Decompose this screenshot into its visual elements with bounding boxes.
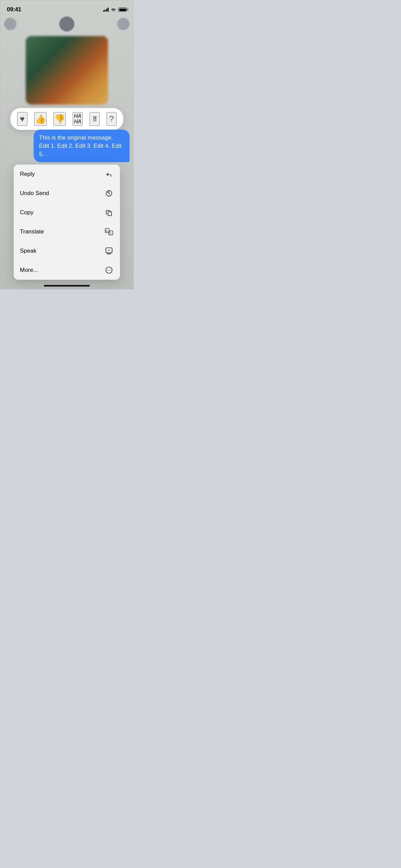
exclaim-icon: !! [93, 115, 96, 123]
undo-send-label: Undo Send [20, 190, 49, 197]
svg-rect-1 [108, 212, 111, 216]
translate-icon: A 文 [104, 227, 114, 237]
question-icon: ? [109, 115, 114, 123]
thumbsdown-reaction-button[interactable]: 👎 [53, 112, 66, 126]
translate-label: Translate [20, 228, 44, 235]
message-bubble-wrapper: This is the original message. Edit 1. Ed… [0, 130, 134, 162]
speak-menu-item[interactable]: Speak [14, 241, 120, 261]
heart-reaction-button[interactable]: ♥ [17, 112, 27, 126]
speak-icon [104, 246, 114, 256]
question-reaction-button[interactable]: ? [107, 112, 117, 126]
heart-icon: ♥ [20, 115, 25, 123]
reply-icon [104, 169, 114, 179]
battery-icon [118, 8, 127, 12]
more-icon [104, 265, 114, 275]
svg-point-11 [107, 270, 108, 270]
svg-point-12 [109, 270, 109, 270]
svg-point-13 [110, 270, 111, 270]
speak-label: Speak [20, 248, 36, 254]
svg-point-8 [109, 250, 109, 251]
exclaim-reaction-button[interactable]: !! [89, 112, 100, 126]
status-bar: 09:41 [0, 0, 134, 15]
svg-text:文: 文 [109, 232, 112, 234]
status-icons [103, 8, 127, 12]
svg-text:A: A [106, 229, 108, 232]
reply-menu-item[interactable]: Reply [14, 165, 120, 184]
copy-icon [104, 208, 114, 217]
thumbsdown-icon: 👎 [54, 114, 65, 123]
more-label: More... [20, 267, 38, 274]
haha-reaction-button[interactable]: HAHA [73, 112, 83, 126]
status-time: 09:41 [7, 6, 21, 13]
reaction-bar: ♥ 👍 👎 HAHA !! ? [10, 108, 123, 130]
message-text: This is the original message. Edit 1. Ed… [39, 134, 122, 157]
signal-icon [103, 8, 109, 12]
thumbsup-reaction-button[interactable]: 👍 [34, 112, 47, 126]
translate-menu-item[interactable]: Translate A 文 [14, 222, 120, 241]
thumbsup-icon: 👍 [35, 114, 46, 123]
svg-point-9 [110, 250, 110, 251]
message-bubble: This is the original message. Edit 1. Ed… [34, 130, 130, 162]
haha-icon: HAHA [74, 113, 81, 124]
context-menu: Reply Undo Send Copy Translate [14, 165, 120, 280]
reply-label: Reply [20, 171, 35, 178]
wifi-icon [111, 8, 116, 12]
undo-send-icon [104, 189, 114, 198]
svg-point-7 [108, 250, 108, 251]
home-indicator [44, 285, 90, 287]
copy-label: Copy [20, 209, 34, 216]
undo-send-menu-item[interactable]: Undo Send [14, 184, 120, 203]
more-menu-item[interactable]: More... [14, 261, 120, 280]
copy-menu-item[interactable]: Copy [14, 203, 120, 222]
